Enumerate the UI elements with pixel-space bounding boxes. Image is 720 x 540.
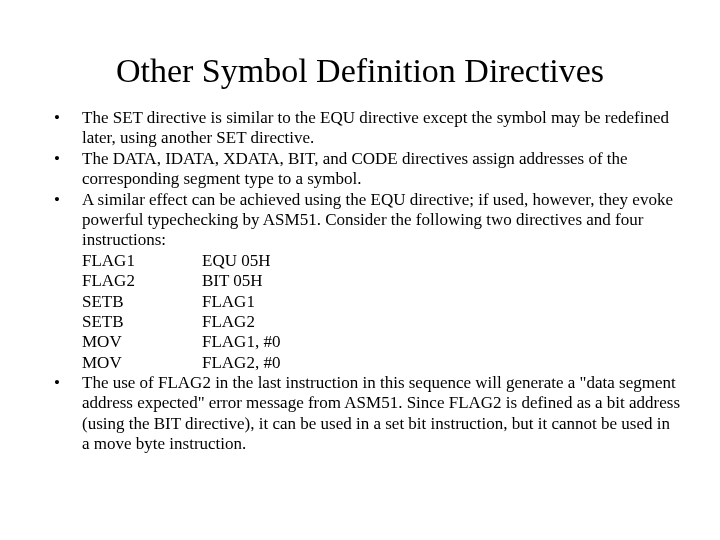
code-block: FLAG1 EQU 05H FLAG2 BIT 05H SETB FLAG1 S… <box>82 251 680 373</box>
code-col-1: FLAG2 <box>82 271 202 291</box>
code-row: FLAG1 EQU 05H <box>82 251 680 271</box>
code-row: MOV FLAG2, #0 <box>82 353 680 373</box>
code-row: SETB FLAG2 <box>82 312 680 332</box>
code-col-1: MOV <box>82 353 202 373</box>
bullet-text: The use of FLAG2 in the last instruction… <box>82 373 680 453</box>
code-col-1: SETB <box>82 312 202 332</box>
code-col-2: BIT 05H <box>202 271 263 291</box>
bullet-item: A similar effect can be achieved using t… <box>40 190 680 374</box>
bullet-item: The SET directive is similar to the EQU … <box>40 108 680 149</box>
slide-title: Other Symbol Definition Directives <box>40 52 680 90</box>
code-row: MOV FLAG1, #0 <box>82 332 680 352</box>
code-col-2: FLAG2 <box>202 312 255 332</box>
code-col-1: MOV <box>82 332 202 352</box>
code-col-2: FLAG1, #0 <box>202 332 280 352</box>
code-col-2: EQU 05H <box>202 251 270 271</box>
code-col-2: FLAG2, #0 <box>202 353 280 373</box>
slide: Other Symbol Definition Directives The S… <box>0 52 720 540</box>
bullet-list: The SET directive is similar to the EQU … <box>40 108 680 455</box>
bullet-text: The DATA, IDATA, XDATA, BIT, and CODE di… <box>82 149 628 188</box>
code-row: FLAG2 BIT 05H <box>82 271 680 291</box>
bullet-text: A similar effect can be achieved using t… <box>82 190 673 250</box>
code-row: SETB FLAG1 <box>82 292 680 312</box>
code-col-2: FLAG1 <box>202 292 255 312</box>
bullet-text: The SET directive is similar to the EQU … <box>82 108 669 147</box>
code-col-1: FLAG1 <box>82 251 202 271</box>
code-col-1: SETB <box>82 292 202 312</box>
bullet-item: The DATA, IDATA, XDATA, BIT, and CODE di… <box>40 149 680 190</box>
bullet-item: The use of FLAG2 in the last instruction… <box>40 373 680 455</box>
